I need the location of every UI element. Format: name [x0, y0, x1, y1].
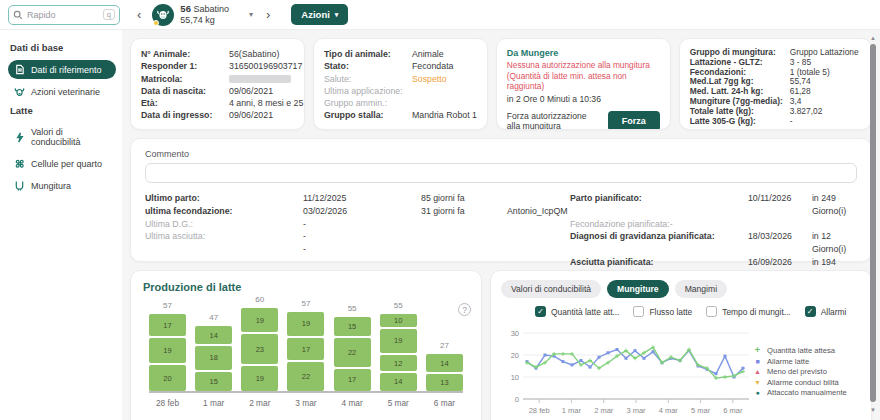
force-auth-text: Forza autorizzazione alla mungitura [507, 111, 602, 131]
milking-group-list: Gruppo di mungitura:Gruppo LattazioneLat… [690, 48, 861, 126]
info-row: Tipo di animale:Animale [324, 48, 477, 60]
checkbox-box [633, 306, 644, 317]
info-date: 11/12/2025 [303, 192, 421, 205]
info-value [412, 85, 477, 97]
info-value [229, 75, 291, 83]
animal-number: 56 [180, 3, 191, 14]
bull-icon [14, 86, 25, 97]
info-label: Gruppo stalla: [324, 109, 412, 121]
force-button[interactable]: Forza [608, 111, 660, 130]
bar-3-mar[interactable]: 57191722 [287, 299, 324, 391]
sidebar-item-azioni-veterinarie[interactable]: Azioni veterinarie [8, 82, 116, 101]
document-icon [14, 64, 25, 75]
svg-text:4 mar: 4 mar [659, 406, 679, 415]
milking-countdown: in 2 Ore 0 Minuti a 10:36 [507, 94, 660, 104]
svg-text:30: 30 [511, 329, 519, 338]
search-placeholder: Rapido [27, 10, 99, 20]
info-label: N° Animale: [141, 48, 229, 60]
sidebar: Dati di baseDati di riferimentoAzioni ve… [0, 30, 122, 420]
info-label: Stato: [324, 60, 412, 72]
info-label: Ultima asciutta: [145, 230, 303, 243]
info-date: 10/11/2026 [748, 192, 812, 218]
legend-label: Attaccato manualmente [767, 388, 847, 399]
animal-name: Sabatino [193, 4, 229, 14]
scroll-down-icon[interactable]: ▼ [868, 406, 878, 414]
bar-6-mar[interactable]: 271413 [426, 341, 463, 391]
info-label: Ultima D.G.: [145, 218, 303, 231]
tab-mungiture[interactable]: Mungiture [607, 280, 669, 298]
legend-circle-marker: ● [753, 388, 762, 399]
comment-card: Commento Ultimo parto:11/12/202585 giorn… [130, 138, 872, 262]
bar-segment: 17 [334, 369, 371, 391]
info-value: Sospetto [412, 73, 477, 85]
bar-segment: 23 [241, 334, 278, 364]
checkbox-tempo-di-mungit[interactable]: Tempo di mungit... [706, 306, 790, 317]
animal-weight: 55,74 kg [180, 15, 229, 26]
top-bar: Rapido q ‹ 56 Sabatino 55,74 kg ▾ › Azio… [0, 0, 880, 30]
info-value [412, 97, 477, 109]
actions-button[interactable]: Azioni▾ [291, 4, 348, 25]
svg-text:6 mar: 6 mar [723, 406, 743, 415]
svg-text:1 mar: 1 mar [562, 406, 582, 415]
bar-category-label: 6 mar [426, 398, 463, 408]
bar-segment: 10 [380, 314, 417, 327]
search-input[interactable]: Rapido q [8, 5, 120, 25]
comment-input[interactable] [145, 163, 857, 183]
scroll-up-icon[interactable]: ▲ [868, 34, 878, 42]
tab-mangimi[interactable]: Mangimi [675, 280, 727, 298]
legend-item-meno-del-previsto: ▲Meno del previsto [753, 367, 861, 378]
milking-group-card: Gruppo di mungitura:Gruppo LattazioneLat… [679, 38, 872, 130]
legend-item-allarme-latte: ■Allarme latte [753, 357, 861, 368]
bar-1-mar[interactable]: 47141815 [195, 313, 232, 391]
info-extra [507, 218, 570, 231]
checkbox-flusso-latte[interactable]: Flusso latte [633, 306, 692, 317]
bar-category-label: 4 mar [334, 398, 371, 408]
info-date [748, 218, 812, 231]
checkbox-box: ✓ [805, 306, 816, 317]
scrollbar-thumb[interactable] [870, 44, 876, 402]
bar-segment: 19 [380, 329, 417, 354]
bar-4-mar[interactable]: 55152217 [334, 304, 371, 391]
info-label: Età: [141, 97, 229, 109]
sidebar-item-cellule-per-quarto[interactable]: Cellule per quarto [8, 154, 116, 173]
comment-label: Commento [145, 149, 857, 159]
bar-segment: 14 [195, 326, 232, 344]
legend-square-marker: ■ [753, 357, 762, 368]
animal-info-list: N° Animale:56(Sabatino)Responder 1:31650… [141, 48, 294, 122]
conductivity-icon [14, 132, 25, 143]
chevron-down-icon[interactable]: ▾ [249, 10, 253, 19]
sidebar-item-label: Azioni veterinarie [31, 87, 100, 97]
checkbox-quantita-latte-att[interactable]: ✓Quantità latte att... [535, 306, 619, 317]
sidebar-item-mungitura[interactable]: Mungitura [8, 176, 116, 195]
legend-item-allarme-conduci-bilita: ▼Allarme conduci bilità [753, 378, 861, 389]
bar-5-mar[interactable]: 5510191214 [380, 301, 417, 391]
bar-28-feb[interactable]: 57171920 [149, 301, 186, 391]
prev-animal-button[interactable]: ‹ [134, 7, 144, 22]
bar-total-label: 55 [334, 304, 371, 313]
checkbox-allarmi[interactable]: ✓Allarmi [805, 306, 847, 317]
bar-chart-axis [149, 391, 463, 393]
sidebar-item-valori-di-conducibilita[interactable]: Valori di conducibilità [8, 123, 116, 151]
tab-valori-di-conducibilita[interactable]: Valori di conducibilità [501, 280, 601, 298]
legend-label: Meno del previsto [767, 367, 827, 378]
info-label: Tipo di animale: [324, 48, 412, 60]
page-scrollbar[interactable]: ▲ ▼ [868, 34, 878, 414]
animal-selector[interactable]: 56 Sabatino 55,74 kg ▾ [152, 3, 255, 26]
svg-text:20: 20 [511, 351, 519, 360]
sidebar-item-dati-di-riferimento[interactable]: Dati di riferimento [8, 60, 116, 79]
status-dot [153, 20, 159, 26]
info-label: Parto pianificato: [570, 192, 748, 218]
next-animal-button[interactable]: › [263, 7, 273, 22]
info-row: Ultima asciutta:- [145, 230, 570, 243]
animal-type-card: Tipo di animale:AnimaleStato:FecondataSa… [313, 38, 488, 130]
legend-label: Allarme latte [767, 357, 809, 368]
bar-segment: 19 [241, 308, 278, 333]
bar-category-label: 2 mar [241, 398, 278, 408]
bar-segment: 22 [287, 362, 324, 391]
bar-2-mar[interactable]: 60192319 [241, 295, 278, 391]
info-ago: 31 giorni fa [421, 205, 507, 218]
help-icon[interactable]: ? [458, 303, 471, 316]
info-date: 03/02/2026 [303, 205, 421, 218]
info-row: Gruppo ammin.: [324, 97, 477, 109]
chevron-down-icon: ▾ [335, 11, 339, 19]
